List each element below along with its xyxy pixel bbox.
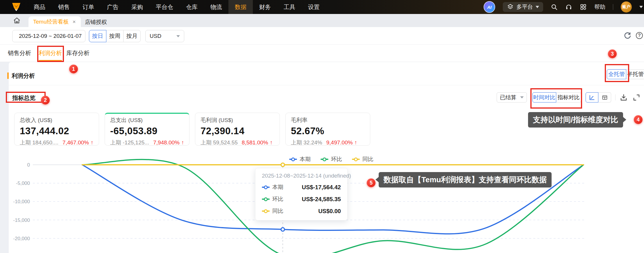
- currency-select[interactable]: USD: [145, 30, 184, 42]
- nav-right-cluster: AI 多平台: [484, 1, 644, 13]
- metric-card-gross-profit[interactable]: 毛利润 (US$) 72,390.14 上期 59,524.55 8,581.0…: [195, 113, 280, 146]
- nav-item-orders[interactable]: 订单: [76, 0, 101, 14]
- up-arrow-icon: ↑: [91, 139, 94, 146]
- series-marker-icon: [262, 210, 270, 212]
- help-question-icon[interactable]: ?: [636, 32, 643, 39]
- granularity-month-button[interactable]: 按月: [123, 30, 141, 42]
- metric-value: 52.67%: [291, 125, 365, 137]
- metric-prev-period: 上期 32.24%: [291, 139, 322, 146]
- metric-change-percent: 9,497.00%: [326, 139, 353, 146]
- legend-item-mom[interactable]: 环比: [321, 155, 342, 163]
- legend-item-yoy[interactable]: 同比: [352, 155, 373, 163]
- home-icon[interactable]: [13, 17, 21, 25]
- annotation-step-3: 3: [608, 49, 617, 58]
- headset-icon[interactable]: [565, 3, 572, 10]
- apps-grid-icon[interactable]: [580, 3, 587, 10]
- metric-compare-button[interactable]: 指标对比: [556, 92, 581, 102]
- time-compare-button[interactable]: 时间对比: [532, 92, 556, 102]
- date-range-value: 2025-12-09 ~ 2026-01-07: [19, 33, 82, 39]
- chart-hover-tooltip: 2025-12-08~2025-12-14 (undefined) 本期 US$…: [255, 168, 348, 220]
- section-divider: [9, 85, 644, 85]
- metric-label: 总收入 (US$): [20, 116, 94, 124]
- metric-card-total-revenue[interactable]: 总收入 (US$) 137,444.02 上期 184,650.... 7,46…: [14, 113, 99, 146]
- series-marker-icon: [262, 187, 270, 188]
- metric-prev-period: 上期 184,650....: [20, 139, 58, 146]
- platform-selector-label: 多平台: [516, 3, 533, 11]
- scope-full-managed-button[interactable]: 全托管: [607, 69, 626, 79]
- series-name: 环比: [272, 195, 283, 203]
- nav-item-purchase[interactable]: 采购: [125, 0, 149, 14]
- platform-selector[interactable]: 多平台: [503, 2, 543, 12]
- granularity-week-button[interactable]: 按周: [106, 30, 124, 42]
- account-button[interactable]: 账户: [621, 1, 632, 13]
- workspace-tabbar: Temu经营看板 × 店铺授权: [0, 14, 644, 27]
- metric-change-percent: 7,467.00%: [62, 139, 89, 146]
- annotation-step-2: 2: [41, 96, 50, 105]
- tooltip-row-mom: 环比 US$-24,585.35: [262, 195, 341, 203]
- metric-label: 毛利润 (US$): [201, 116, 274, 124]
- tab-temu-dashboard[interactable]: Temu经营看板 ×: [28, 16, 81, 27]
- nav-item-sales[interactable]: 销售: [52, 0, 76, 14]
- help-link[interactable]: 帮助: [594, 3, 605, 11]
- chart-legend: 本期 环比 同比: [289, 155, 373, 163]
- active-tab-underline: [39, 60, 62, 61]
- annotation-tip-compare: 支持以时间/指标维度对比: [528, 112, 623, 128]
- up-arrow-icon: ↑: [355, 139, 357, 146]
- granularity-day-button[interactable]: 按日: [89, 30, 106, 42]
- search-icon[interactable]: [551, 3, 558, 10]
- series-name: 同比: [272, 207, 283, 215]
- fullscreen-icon[interactable]: [632, 93, 641, 102]
- metric-value: 137,444.02: [20, 125, 94, 137]
- top-nav: 商品 销售 订单 广告 采购 平台仓 仓库 物流 数据 财务 工具 设置 AI …: [0, 0, 644, 14]
- table-icon: [602, 94, 608, 101]
- nav-item-warehouse[interactable]: 仓库: [180, 0, 204, 14]
- series-value: US$0.00: [318, 208, 341, 215]
- metric-value: -65,053.89: [110, 125, 184, 137]
- scope-semi-managed-button[interactable]: 半托管: [626, 69, 644, 79]
- layers-icon: [507, 3, 514, 10]
- annotation-step-5: 5: [367, 178, 375, 187]
- series-value: US$-24,585.35: [302, 196, 341, 203]
- up-arrow-icon: ↑: [270, 139, 273, 146]
- metric-value: 72,390.14: [201, 125, 274, 137]
- line-chart-icon: [589, 94, 595, 101]
- brand-logo-icon[interactable]: [11, 2, 22, 12]
- legend-label: 同比: [362, 155, 373, 163]
- legend-item-current[interactable]: 本期: [289, 155, 311, 163]
- download-icon[interactable]: [620, 93, 628, 102]
- nav-item-tools[interactable]: 工具: [277, 0, 302, 14]
- tab-store-authorization[interactable]: 店铺授权: [85, 18, 107, 26]
- tab-close-icon[interactable]: ×: [72, 19, 76, 24]
- account-chevron-icon[interactable]: [639, 6, 643, 8]
- chevron-down-icon: [536, 6, 539, 8]
- metric-label: 总支出 (US$): [110, 116, 184, 124]
- nav-item-settings[interactable]: 设置: [302, 0, 326, 14]
- ai-assistant-button[interactable]: AI: [484, 1, 495, 13]
- annotation-step-1: 1: [69, 65, 78, 73]
- nav-item-platform-warehouse[interactable]: 平台仓: [149, 0, 180, 14]
- metric-card-gross-margin[interactable]: 毛利率 52.67% 上期 32.24% 9,497.00% ↑: [285, 113, 370, 146]
- nav-item-ads[interactable]: 广告: [101, 0, 125, 14]
- tab-inventory-analysis[interactable]: 库存分析: [66, 49, 90, 57]
- tab-label: Temu经营看板: [33, 18, 69, 26]
- controls-divider: [615, 94, 616, 100]
- tooltip-row-current: 本期 US$-17,564.42: [262, 183, 341, 191]
- metric-prev-period: 上期 59,524.55: [201, 139, 238, 146]
- settlement-filter-value: 已结算: [500, 94, 516, 101]
- nav-item-finance[interactable]: 财务: [253, 0, 277, 14]
- chart-view-toggle[interactable]: [586, 92, 598, 102]
- metric-card-total-expense[interactable]: 总支出 (US$) -65,053.89 上期 -125,125... 7,94…: [105, 113, 189, 146]
- nav-menu: 商品 销售 订单 广告 采购 平台仓 仓库 物流 数据 财务 工具 设置: [27, 0, 326, 14]
- section-title: 利润分析: [12, 72, 35, 80]
- date-range-picker[interactable]: 2025-12-09 ~ 2026-01-07: [12, 30, 85, 42]
- refresh-icon[interactable]: [624, 32, 631, 40]
- tab-sales-analysis[interactable]: 销售分析: [8, 49, 31, 57]
- table-view-toggle[interactable]: [598, 92, 611, 102]
- legend-label: 环比: [331, 155, 342, 163]
- nav-item-logistics[interactable]: 物流: [204, 0, 228, 14]
- temu-dashboard-page: 商品 销售 订单 广告 采购 平台仓 仓库 物流 数据 财务 工具 设置 AI …: [0, 0, 644, 253]
- settlement-filter-select[interactable]: 已结算: [497, 92, 527, 102]
- nav-item-products[interactable]: 商品: [27, 0, 52, 14]
- tab-profit-analysis[interactable]: 利润分析: [39, 49, 62, 57]
- nav-item-data[interactable]: 数据: [228, 0, 253, 14]
